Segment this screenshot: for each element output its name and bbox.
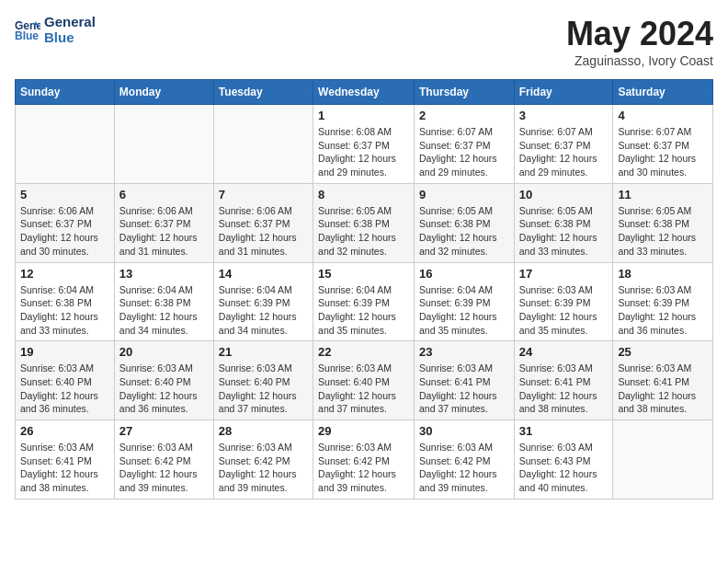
day-info: Sunrise: 6:03 AM Sunset: 6:40 PM Dayligh… [318,362,409,416]
day-info: Sunrise: 6:04 AM Sunset: 6:39 PM Dayligh… [219,283,308,338]
day-number: 19 [20,345,109,359]
day-number: 2 [419,109,509,122]
day-info: Sunrise: 6:07 AM Sunset: 6:37 PM Dayligh… [618,125,708,179]
title-area: May 2024 Zaguinasso, Ivory Coast [566,15,713,68]
cal-cell: 24Sunrise: 6:03 AM Sunset: 6:41 PM Dayli… [514,341,613,420]
cal-cell: 18Sunrise: 6:03 AM Sunset: 6:39 PM Dayli… [613,262,713,341]
cal-cell: 28Sunrise: 6:03 AM Sunset: 6:42 PM Dayli… [213,420,313,500]
day-info: Sunrise: 6:03 AM Sunset: 6:42 PM Dayligh… [119,441,209,495]
day-number: 31 [519,424,609,438]
day-info: Sunrise: 6:06 AM Sunset: 6:37 PM Dayligh… [119,204,209,259]
logo-blue: Blue [44,30,96,46]
cal-cell: 31Sunrise: 6:03 AM Sunset: 6:43 PM Dayli… [514,420,613,500]
day-number: 1 [318,109,409,122]
calendar-header: SundayMondayTuesdayWednesdayThursdayFrid… [16,80,713,105]
svg-text:Blue: Blue [15,29,39,42]
calendar-title: May 2024 [566,15,713,53]
day-info: Sunrise: 6:05 AM Sunset: 6:38 PM Dayligh… [318,204,409,259]
cal-cell [213,105,313,184]
cal-cell: 10Sunrise: 6:05 AM Sunset: 6:38 PM Dayli… [514,183,613,262]
day-info: Sunrise: 6:03 AM Sunset: 6:42 PM Dayligh… [419,441,509,495]
cal-cell: 23Sunrise: 6:03 AM Sunset: 6:41 PM Dayli… [414,341,514,420]
cal-cell [613,420,713,500]
day-info: Sunrise: 6:08 AM Sunset: 6:37 PM Dayligh… [318,125,409,179]
week-row-3: 12Sunrise: 6:04 AM Sunset: 6:38 PM Dayli… [16,262,713,341]
cal-cell: 20Sunrise: 6:03 AM Sunset: 6:40 PM Dayli… [114,341,213,420]
day-number: 28 [219,424,308,438]
day-number: 18 [618,267,708,281]
day-info: Sunrise: 6:04 AM Sunset: 6:39 PM Dayligh… [318,283,409,338]
cal-cell: 27Sunrise: 6:03 AM Sunset: 6:42 PM Dayli… [114,420,213,500]
cal-cell: 26Sunrise: 6:03 AM Sunset: 6:41 PM Dayli… [16,420,115,500]
cal-cell [16,105,115,184]
col-header-monday: Monday [114,80,213,105]
col-header-wednesday: Wednesday [313,80,415,105]
cal-cell: 19Sunrise: 6:03 AM Sunset: 6:40 PM Dayli… [16,341,115,420]
day-number: 29 [318,424,409,438]
day-info: Sunrise: 6:05 AM Sunset: 6:38 PM Dayligh… [419,204,509,259]
day-info: Sunrise: 6:03 AM Sunset: 6:42 PM Dayligh… [318,441,409,495]
day-number: 16 [419,267,509,281]
day-number: 5 [20,188,109,201]
week-row-4: 19Sunrise: 6:03 AM Sunset: 6:40 PM Dayli… [16,341,713,420]
day-number: 25 [618,345,708,359]
day-info: Sunrise: 6:03 AM Sunset: 6:39 PM Dayligh… [618,283,708,338]
week-row-1: 1Sunrise: 6:08 AM Sunset: 6:37 PM Daylig… [16,105,713,184]
cal-cell: 13Sunrise: 6:04 AM Sunset: 6:38 PM Dayli… [114,262,213,341]
cal-cell: 6Sunrise: 6:06 AM Sunset: 6:37 PM Daylig… [114,183,213,262]
day-number: 8 [318,188,409,201]
day-info: Sunrise: 6:05 AM Sunset: 6:38 PM Dayligh… [519,204,609,259]
cal-cell: 7Sunrise: 6:06 AM Sunset: 6:37 PM Daylig… [213,183,313,262]
day-info: Sunrise: 6:06 AM Sunset: 6:37 PM Dayligh… [219,204,308,259]
day-number: 10 [519,188,609,201]
cal-cell: 3Sunrise: 6:07 AM Sunset: 6:37 PM Daylig… [514,105,613,184]
cal-cell: 17Sunrise: 6:03 AM Sunset: 6:39 PM Dayli… [514,262,613,341]
header: General Blue General Blue May 2024 Zagui… [15,15,713,68]
day-info: Sunrise: 6:04 AM Sunset: 6:39 PM Dayligh… [419,283,509,338]
cal-cell: 22Sunrise: 6:03 AM Sunset: 6:40 PM Dayli… [313,341,415,420]
day-number: 7 [219,188,308,201]
day-number: 11 [618,188,708,201]
day-info: Sunrise: 6:03 AM Sunset: 6:41 PM Dayligh… [618,362,708,416]
day-number: 3 [519,109,609,122]
cal-cell: 4Sunrise: 6:07 AM Sunset: 6:37 PM Daylig… [613,105,713,184]
col-header-thursday: Thursday [414,80,514,105]
day-info: Sunrise: 6:04 AM Sunset: 6:38 PM Dayligh… [119,283,209,338]
col-header-friday: Friday [514,80,613,105]
calendar-body: 1Sunrise: 6:08 AM Sunset: 6:37 PM Daylig… [16,105,713,500]
day-info: Sunrise: 6:05 AM Sunset: 6:38 PM Dayligh… [618,204,708,259]
day-number: 6 [119,188,209,201]
day-info: Sunrise: 6:03 AM Sunset: 6:39 PM Dayligh… [519,283,609,338]
day-number: 9 [419,188,509,201]
cal-cell: 9Sunrise: 6:05 AM Sunset: 6:38 PM Daylig… [414,183,514,262]
logo: General Blue General Blue [15,15,96,45]
day-info: Sunrise: 6:03 AM Sunset: 6:41 PM Dayligh… [419,362,509,416]
calendar-subtitle: Zaguinasso, Ivory Coast [566,53,713,68]
cal-cell: 30Sunrise: 6:03 AM Sunset: 6:42 PM Dayli… [414,420,514,500]
day-info: Sunrise: 6:07 AM Sunset: 6:37 PM Dayligh… [519,125,609,179]
cal-cell: 16Sunrise: 6:04 AM Sunset: 6:39 PM Dayli… [414,262,514,341]
logo-general: General [44,15,96,30]
cal-cell: 14Sunrise: 6:04 AM Sunset: 6:39 PM Dayli… [213,262,313,341]
day-number: 27 [119,424,209,438]
day-info: Sunrise: 6:03 AM Sunset: 6:41 PM Dayligh… [519,362,609,416]
day-number: 20 [119,345,209,359]
cal-cell: 5Sunrise: 6:06 AM Sunset: 6:37 PM Daylig… [16,183,115,262]
cal-cell: 12Sunrise: 6:04 AM Sunset: 6:38 PM Dayli… [16,262,115,341]
day-info: Sunrise: 6:03 AM Sunset: 6:43 PM Dayligh… [519,441,609,495]
logo-icon: General Blue [15,17,40,43]
cal-cell: 15Sunrise: 6:04 AM Sunset: 6:39 PM Dayli… [313,262,415,341]
col-header-sunday: Sunday [16,80,115,105]
cal-cell: 29Sunrise: 6:03 AM Sunset: 6:42 PM Dayli… [313,420,415,500]
col-header-tuesday: Tuesday [213,80,313,105]
cal-cell: 21Sunrise: 6:03 AM Sunset: 6:40 PM Dayli… [213,341,313,420]
day-number: 30 [419,424,509,438]
day-number: 26 [20,424,109,438]
calendar-table: SundayMondayTuesdayWednesdayThursdayFrid… [15,79,713,500]
day-info: Sunrise: 6:07 AM Sunset: 6:37 PM Dayligh… [419,125,509,179]
cal-cell: 8Sunrise: 6:05 AM Sunset: 6:38 PM Daylig… [313,183,415,262]
day-number: 12 [20,267,109,281]
col-header-saturday: Saturday [613,80,713,105]
week-row-5: 26Sunrise: 6:03 AM Sunset: 6:41 PM Dayli… [16,420,713,500]
day-number: 17 [519,267,609,281]
